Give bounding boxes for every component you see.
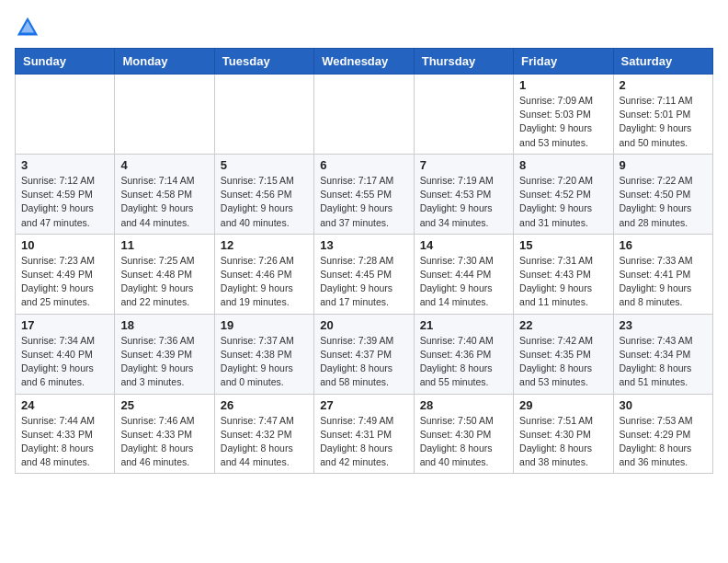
day-number: 10	[21, 238, 108, 252]
day-number: 20	[320, 318, 407, 332]
day-info: Sunrise: 7:51 AM Sunset: 4:30 PM Dayligh…	[519, 414, 607, 470]
day-info: Sunrise: 7:19 AM Sunset: 4:53 PM Dayligh…	[420, 174, 507, 230]
calendar-week-row: 10Sunrise: 7:23 AM Sunset: 4:49 PM Dayli…	[16, 234, 713, 314]
day-info: Sunrise: 7:09 AM Sunset: 5:03 PM Dayligh…	[519, 94, 607, 150]
calendar-header-row: SundayMondayTuesdayWednesdayThursdayFrid…	[16, 49, 713, 75]
day-number: 9	[620, 158, 707, 172]
calendar-cell	[115, 75, 214, 155]
calendar-cell: 17Sunrise: 7:34 AM Sunset: 4:40 PM Dayli…	[16, 314, 115, 394]
logo-icon	[15, 15, 40, 40]
calendar-cell	[214, 75, 313, 155]
calendar-cell: 19Sunrise: 7:37 AM Sunset: 4:38 PM Dayli…	[214, 314, 313, 394]
calendar-week-row: 1Sunrise: 7:09 AM Sunset: 5:03 PM Daylig…	[16, 75, 713, 155]
calendar-cell: 2Sunrise: 7:11 AM Sunset: 5:01 PM Daylig…	[613, 75, 712, 155]
calendar-cell	[16, 75, 115, 155]
day-info: Sunrise: 7:25 AM Sunset: 4:48 PM Dayligh…	[120, 254, 208, 310]
day-info: Sunrise: 7:40 AM Sunset: 4:36 PM Dayligh…	[420, 334, 507, 390]
day-info: Sunrise: 7:39 AM Sunset: 4:37 PM Dayligh…	[320, 334, 407, 390]
day-info: Sunrise: 7:47 AM Sunset: 4:32 PM Dayligh…	[221, 414, 308, 470]
calendar-week-row: 3Sunrise: 7:12 AM Sunset: 4:59 PM Daylig…	[16, 154, 713, 234]
day-number: 8	[519, 158, 607, 172]
day-number: 13	[320, 238, 407, 252]
day-info: Sunrise: 7:23 AM Sunset: 4:49 PM Dayligh…	[21, 254, 108, 310]
day-info: Sunrise: 7:49 AM Sunset: 4:31 PM Dayligh…	[320, 414, 407, 470]
day-number: 14	[420, 238, 507, 252]
day-info: Sunrise: 7:11 AM Sunset: 5:01 PM Dayligh…	[620, 94, 707, 150]
day-info: Sunrise: 7:33 AM Sunset: 4:41 PM Dayligh…	[620, 254, 707, 310]
calendar-cell: 27Sunrise: 7:49 AM Sunset: 4:31 PM Dayli…	[314, 394, 414, 474]
day-info: Sunrise: 7:50 AM Sunset: 4:30 PM Dayligh…	[420, 414, 507, 470]
day-info: Sunrise: 7:15 AM Sunset: 4:56 PM Dayligh…	[221, 174, 308, 230]
day-number: 29	[519, 398, 607, 412]
calendar-cell: 3Sunrise: 7:12 AM Sunset: 4:59 PM Daylig…	[16, 154, 115, 234]
calendar-cell: 25Sunrise: 7:46 AM Sunset: 4:33 PM Dayli…	[115, 394, 214, 474]
calendar-cell: 15Sunrise: 7:31 AM Sunset: 4:43 PM Dayli…	[514, 234, 613, 314]
weekday-header: Tuesday	[214, 49, 313, 75]
day-number: 12	[221, 238, 308, 252]
logo	[15, 15, 44, 40]
day-info: Sunrise: 7:17 AM Sunset: 4:55 PM Dayligh…	[320, 174, 407, 230]
calendar-cell: 13Sunrise: 7:28 AM Sunset: 4:45 PM Dayli…	[314, 234, 414, 314]
calendar-cell: 7Sunrise: 7:19 AM Sunset: 4:53 PM Daylig…	[414, 154, 513, 234]
calendar-cell: 18Sunrise: 7:36 AM Sunset: 4:39 PM Dayli…	[115, 314, 214, 394]
calendar: SundayMondayTuesdayWednesdayThursdayFrid…	[15, 48, 713, 474]
header	[15, 15, 713, 40]
calendar-cell: 11Sunrise: 7:25 AM Sunset: 4:48 PM Dayli…	[115, 234, 214, 314]
calendar-cell: 24Sunrise: 7:44 AM Sunset: 4:33 PM Dayli…	[16, 394, 115, 474]
weekday-header: Thursday	[414, 49, 513, 75]
day-number: 18	[120, 318, 208, 332]
day-info: Sunrise: 7:26 AM Sunset: 4:46 PM Dayligh…	[221, 254, 308, 310]
calendar-cell: 1Sunrise: 7:09 AM Sunset: 5:03 PM Daylig…	[514, 75, 613, 155]
weekday-header: Sunday	[16, 49, 115, 75]
day-info: Sunrise: 7:22 AM Sunset: 4:50 PM Dayligh…	[620, 174, 707, 230]
day-info: Sunrise: 7:28 AM Sunset: 4:45 PM Dayligh…	[320, 254, 407, 310]
day-number: 1	[519, 78, 607, 92]
calendar-cell: 10Sunrise: 7:23 AM Sunset: 4:49 PM Dayli…	[16, 234, 115, 314]
calendar-cell: 5Sunrise: 7:15 AM Sunset: 4:56 PM Daylig…	[214, 154, 313, 234]
day-number: 2	[620, 78, 707, 92]
day-number: 11	[120, 238, 208, 252]
day-number: 25	[120, 398, 208, 412]
day-number: 6	[320, 158, 407, 172]
day-info: Sunrise: 7:20 AM Sunset: 4:52 PM Dayligh…	[519, 174, 607, 230]
weekday-header: Monday	[115, 49, 214, 75]
calendar-cell: 4Sunrise: 7:14 AM Sunset: 4:58 PM Daylig…	[115, 154, 214, 234]
day-number: 17	[21, 318, 108, 332]
day-info: Sunrise: 7:36 AM Sunset: 4:39 PM Dayligh…	[120, 334, 208, 390]
calendar-week-row: 24Sunrise: 7:44 AM Sunset: 4:33 PM Dayli…	[16, 394, 713, 474]
calendar-cell: 20Sunrise: 7:39 AM Sunset: 4:37 PM Dayli…	[314, 314, 414, 394]
day-number: 16	[620, 238, 707, 252]
calendar-cell: 8Sunrise: 7:20 AM Sunset: 4:52 PM Daylig…	[514, 154, 613, 234]
day-info: Sunrise: 7:34 AM Sunset: 4:40 PM Dayligh…	[21, 334, 108, 390]
day-number: 22	[519, 318, 607, 332]
day-info: Sunrise: 7:46 AM Sunset: 4:33 PM Dayligh…	[120, 414, 208, 470]
calendar-week-row: 17Sunrise: 7:34 AM Sunset: 4:40 PM Dayli…	[16, 314, 713, 394]
day-info: Sunrise: 7:42 AM Sunset: 4:35 PM Dayligh…	[519, 334, 607, 390]
day-number: 26	[221, 398, 308, 412]
weekday-header: Saturday	[613, 49, 712, 75]
day-number: 15	[519, 238, 607, 252]
calendar-cell: 12Sunrise: 7:26 AM Sunset: 4:46 PM Dayli…	[214, 234, 313, 314]
day-number: 5	[221, 158, 308, 172]
day-info: Sunrise: 7:31 AM Sunset: 4:43 PM Dayligh…	[519, 254, 607, 310]
day-info: Sunrise: 7:14 AM Sunset: 4:58 PM Dayligh…	[120, 174, 208, 230]
calendar-cell: 16Sunrise: 7:33 AM Sunset: 4:41 PM Dayli…	[613, 234, 712, 314]
weekday-header: Wednesday	[314, 49, 414, 75]
day-number: 23	[620, 318, 707, 332]
day-info: Sunrise: 7:12 AM Sunset: 4:59 PM Dayligh…	[21, 174, 108, 230]
day-number: 28	[420, 398, 507, 412]
calendar-cell	[414, 75, 513, 155]
day-info: Sunrise: 7:44 AM Sunset: 4:33 PM Dayligh…	[21, 414, 108, 470]
calendar-cell: 9Sunrise: 7:22 AM Sunset: 4:50 PM Daylig…	[613, 154, 712, 234]
calendar-cell: 29Sunrise: 7:51 AM Sunset: 4:30 PM Dayli…	[514, 394, 613, 474]
day-number: 3	[21, 158, 108, 172]
calendar-cell: 22Sunrise: 7:42 AM Sunset: 4:35 PM Dayli…	[514, 314, 613, 394]
day-info: Sunrise: 7:30 AM Sunset: 4:44 PM Dayligh…	[420, 254, 507, 310]
day-info: Sunrise: 7:43 AM Sunset: 4:34 PM Dayligh…	[620, 334, 707, 390]
calendar-cell: 26Sunrise: 7:47 AM Sunset: 4:32 PM Dayli…	[214, 394, 313, 474]
day-number: 19	[221, 318, 308, 332]
calendar-cell: 28Sunrise: 7:50 AM Sunset: 4:30 PM Dayli…	[414, 394, 513, 474]
day-number: 27	[320, 398, 407, 412]
calendar-cell	[314, 75, 414, 155]
calendar-cell: 23Sunrise: 7:43 AM Sunset: 4:34 PM Dayli…	[613, 314, 712, 394]
